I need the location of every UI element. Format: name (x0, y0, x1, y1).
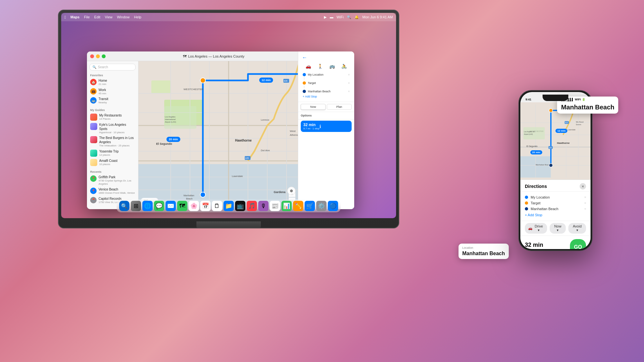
minimize-button[interactable] (96, 54, 100, 58)
sidebar-item-restaurants[interactable]: My Restaurants 14 Places (87, 112, 138, 122)
iphone-drag-1: ≡ (584, 196, 586, 199)
dock-numbers[interactable]: 📊 (281, 201, 292, 211)
sidebar-item-burgers[interactable]: The Best Burgers in Los Angeles The Infa… (87, 135, 138, 148)
amalfi-label: Amalfi Coast (99, 159, 135, 163)
menubar-file[interactable]: File (84, 15, 90, 19)
dock-reminders[interactable]: 🗒 (212, 201, 222, 211)
iphone-close-button[interactable]: ✕ (580, 183, 586, 190)
dock-finder[interactable]: 🔍 (119, 201, 129, 211)
route-info-icon[interactable]: ℹ (319, 124, 321, 129)
iphone-time-bubble-20min: 20 min (530, 150, 542, 154)
venice-icon: 📍 (90, 188, 97, 194)
iphone-manhattan-dot (525, 207, 528, 210)
now-button[interactable]: Now (301, 104, 326, 110)
svg-text:405: 405 (284, 80, 288, 82)
menubar-left:  Maps File Edit View Window Help (64, 15, 141, 20)
sidebar-item-amalfi[interactable]: Amalfi Coast 10 places (87, 158, 138, 167)
finder-icon: 🔍 (121, 203, 128, 209)
menubar-window[interactable]: Window (117, 15, 129, 19)
messages-icon: 💬 (156, 202, 163, 209)
drive-mode-btn[interactable]: 🚗 (304, 63, 313, 70)
dock-podcasts[interactable]: 🎙 (258, 201, 269, 211)
maps-sidebar: 🔍 Search Favorites 🏠 Home (87, 61, 138, 209)
time-bubble-20min: 20 min (166, 137, 180, 142)
sidebar-item-griffith[interactable]: 📍 Griffith Park 4730 Crystal Springs Dr,… (87, 174, 138, 186)
restaurants-sub: 14 Places (99, 117, 135, 121)
target-dot (303, 81, 306, 85)
menubar-notification-icon: 🔔 (355, 15, 359, 19)
apple-logo-icon:  (64, 15, 66, 20)
iphone-directions-title: Directions (525, 184, 580, 189)
dock-tv[interactable]: 📺 (235, 201, 245, 211)
compass-control[interactable]: ⊕ (287, 187, 296, 195)
dock-launchpad[interactable]: ⊞ (131, 201, 141, 211)
sidebar-item-kyles[interactable]: Kyle's Los Angeles Spots Hyperlocal · 10… (87, 122, 138, 135)
search-bar[interactable]: 🔍 Search (90, 64, 136, 70)
menubar-edit[interactable]: Edit (94, 15, 100, 19)
dock-mail[interactable]: ✉️ (166, 201, 176, 211)
add-stop-button[interactable]: + Add Stop (301, 94, 352, 99)
go-button[interactable]: GO (570, 239, 586, 249)
iphone-time: 9:41 (526, 98, 531, 101)
fullscreen-button[interactable] (102, 54, 106, 58)
close-button[interactable] (90, 54, 94, 58)
dock-photos[interactable]: 🌸 (189, 201, 199, 211)
walk-mode-btn[interactable]: 🚶 (316, 63, 325, 70)
venice-sub: 1800 Ocean Front Walk, Venice (99, 191, 135, 195)
compass-icon: ⊕ (290, 189, 293, 193)
iphone-drive-btn[interactable]: 🚗 Drive ▾ (525, 223, 547, 234)
home-icon: 🏠 (90, 79, 97, 85)
svg-text:West: West (290, 130, 296, 133)
dock-calendar[interactable]: 📅 (200, 201, 211, 211)
kyles-guide-icon (90, 123, 97, 130)
iphone-target-dot (525, 201, 528, 205)
yosemite-sub: 12 places (99, 153, 135, 157)
svg-text:El Segundo: El Segundo (526, 145, 538, 148)
menubar-help[interactable]: Help (134, 15, 141, 19)
maps-icon: 🗺 (179, 203, 185, 209)
time-bubble-12min: 12 min (259, 78, 273, 83)
sidebar-item-yosemite[interactable]: Yosemite Trip 12 places (87, 148, 138, 158)
iphone-add-stop-button[interactable]: + Add Stop (525, 212, 586, 218)
plan-button[interactable]: Plan (327, 104, 352, 110)
drive-icon: 🚗 (528, 226, 533, 230)
dock-news[interactable]: 📰 (270, 201, 280, 211)
dock-messages[interactable]: 💬 (154, 201, 164, 211)
dock-maps[interactable]: 🗺 (177, 201, 187, 211)
sidebar-item-home[interactable]: 🏠 Home 21 min (87, 78, 138, 87)
dock-safari[interactable]: 🌐 (142, 201, 153, 211)
sidebar-item-venice[interactable]: 📍 Venice Beach 1800 Ocean Front Walk, Ve… (87, 186, 138, 196)
menubar-view[interactable]: View (105, 15, 113, 19)
sidebar-item-work[interactable]: 💼 Work 45 min (87, 87, 138, 96)
dock-music[interactable]: 🎵 (247, 201, 257, 211)
griffith-label: Griffith Park (99, 175, 135, 179)
dock-controlcenter[interactable]: 🔵 (328, 201, 338, 211)
sidebar-item-transit[interactable]: 🚌 Transit Nearby (87, 96, 138, 105)
iphone-avoid-btn[interactable]: Avoid ▾ (568, 223, 586, 234)
macbook-location-callout: Location Manhattan Beach (459, 244, 509, 259)
dock-systemprefs[interactable]: ⚙️ (316, 201, 327, 211)
transit-label: Transit (99, 97, 135, 101)
map-icon: 🗺 (183, 54, 186, 58)
menubar-search-icon[interactable]: 🔍 (347, 15, 351, 19)
transit-mode-btn[interactable]: 🚌 (327, 63, 337, 70)
maps-window: 🗺 Los Angeles — Los Angeles County ⬥ 3D … (87, 51, 354, 209)
dock-appstore[interactable]: 🛒 (305, 201, 315, 211)
calendar-icon: 📅 (202, 202, 209, 209)
macbook-body:  Maps File Edit View Window Help ▶ ▬ Wi… (58, 10, 399, 228)
route-option[interactable]: 32 min 9.7 mi · 1 stop ℹ (301, 121, 352, 132)
target-label: Target (308, 81, 346, 85)
bike-mode-btn[interactable]: 🚴 (339, 63, 349, 70)
dock-finder2[interactable]: 📁 (223, 201, 234, 211)
macbook-stand (196, 221, 261, 228)
macbook-callout-value: Manhattan Beach (462, 250, 505, 256)
svg-point-40 (200, 78, 205, 83)
svg-text:Domin: Domin (576, 124, 581, 125)
iphone-now-btn[interactable]: Now ▾ (550, 223, 566, 234)
stop-my-location: My Location ≡ (301, 72, 352, 77)
dock-pages[interactable]: ✏️ (293, 201, 303, 211)
manhattan-beach-dot (303, 90, 306, 93)
search-placeholder: Search (98, 65, 108, 69)
svg-text:Airport (LAX): Airport (LAX) (524, 134, 533, 135)
iphone-signal-icon: ▌▌▌ (568, 98, 574, 101)
